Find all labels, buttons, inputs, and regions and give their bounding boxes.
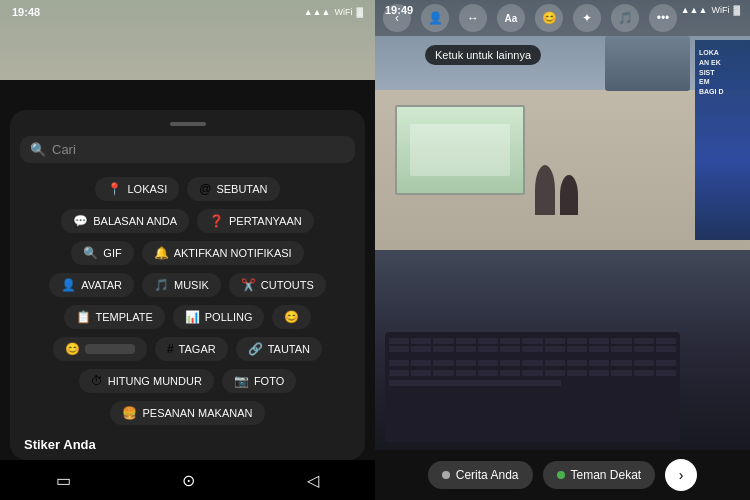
sticker-panel: 🔍 Cari 📍 LOKASI @ SEBUTAN 💬 BALASAN ANDA: [10, 110, 365, 460]
right-status-bar: 19:49 ▲▲▲ WiFi ▓: [375, 0, 750, 20]
balasan-icon: 💬: [73, 214, 88, 228]
story-dot: [442, 471, 450, 479]
musik-icon: 🎵: [154, 278, 169, 292]
sticker-musik[interactable]: 🎵 MUSIK: [142, 273, 221, 297]
right-phone: LOKAAN EKSISTEMBAGI D: [375, 0, 750, 500]
sticker-notifikasi[interactable]: 🔔 AKTIFKAN NOTIFIKASI: [142, 241, 304, 265]
nav-back-icon[interactable]: ◁: [307, 471, 319, 490]
your-stickers-label: Stiker Anda: [20, 437, 355, 452]
sticker-foto-label: FOTO: [254, 375, 284, 387]
template-icon: 📋: [76, 310, 91, 324]
next-icon: ›: [679, 467, 684, 483]
right-status-time: 19:49: [385, 4, 413, 16]
right-battery-icon: ▓: [733, 5, 740, 15]
notifikasi-icon: 🔔: [154, 246, 169, 260]
sticker-food-label: PESANAN MAKANAN: [142, 407, 252, 419]
projector-screen: [395, 105, 525, 195]
right-panel: LOKAAN EKSISTEMBAGI D: [695, 40, 750, 240]
left-status-time: 19:48: [12, 6, 40, 18]
sticker-polling[interactable]: 📊 POLLING: [173, 305, 265, 329]
sticker-cutouts-label: CUTOUTS: [261, 279, 314, 291]
wifi-icon: WiFi: [334, 7, 352, 17]
sticker-avatar[interactable]: 👤 AVATAR: [49, 273, 134, 297]
sebutan-icon: @: [199, 182, 211, 196]
close-btn-label: Teman Dekat: [571, 468, 642, 482]
sticker-gif-label: GIF: [103, 247, 121, 259]
sticker-row-1: 📍 LOKASI @ SEBUTAN: [20, 177, 355, 201]
left-status-icons: ▲▲▲ WiFi ▓: [304, 7, 363, 17]
sticker-row-5: 📋 TEMPLATE 📊 POLLING 😊: [20, 305, 355, 329]
nav-square-icon[interactable]: ▭: [56, 471, 71, 490]
tooltip-text: Ketuk untuk lainnya: [435, 49, 531, 61]
sticker-countdown[interactable]: ⏱ HITUNG MUNDUR: [79, 369, 214, 393]
gif-icon: 🔍: [83, 246, 98, 260]
right-wifi-icon: WiFi: [711, 5, 729, 15]
lokasi-icon: 📍: [107, 182, 122, 196]
drag-handle[interactable]: [170, 122, 206, 126]
search-bar[interactable]: 🔍 Cari: [20, 136, 355, 163]
sticker-grid: 📍 LOKASI @ SEBUTAN 💬 BALASAN ANDA ❓ PERT…: [20, 177, 355, 425]
countdown-icon: ⏱: [91, 374, 103, 388]
foto-icon: 📷: [234, 374, 249, 388]
emoji1-icon: 😊: [284, 310, 299, 324]
sticker-notifikasi-label: AKTIFKAN NOTIFIKASI: [174, 247, 292, 259]
sticker-row-3: 🔍 GIF 🔔 AKTIFKAN NOTIFIKASI: [20, 241, 355, 265]
story-btn[interactable]: Cerita Anda: [428, 461, 533, 489]
nav-home-icon[interactable]: ⊙: [182, 471, 195, 490]
sticker-musik-label: MUSIK: [174, 279, 209, 291]
sticker-balasan-label: BALASAN ANDA: [93, 215, 177, 227]
sticker-balasan[interactable]: 💬 BALASAN ANDA: [61, 209, 189, 233]
sticker-sebutan-label: SEBUTAN: [216, 183, 267, 195]
search-icon: 🔍: [30, 142, 46, 157]
person-silhouette-2: [560, 175, 578, 215]
right-status-icons: ▲▲▲ WiFi ▓: [681, 5, 740, 15]
cutouts-icon: ✂️: [241, 278, 256, 292]
sticker-row-8: 🍔 PESANAN MAKANAN: [20, 401, 355, 425]
bottom-nav-left: ▭ ⊙ ◁: [0, 460, 375, 500]
sticker-emoji1[interactable]: 😊: [272, 305, 311, 329]
sticker-foto[interactable]: 📷 FOTO: [222, 369, 296, 393]
polling-icon: 📊: [185, 310, 200, 324]
sticker-template-label: TEMPLATE: [96, 311, 153, 323]
tooltip-bubble: Ketuk untuk lainnya: [425, 45, 541, 65]
food-icon: 🍔: [122, 406, 137, 420]
sticker-sebutan[interactable]: @ SEBUTAN: [187, 177, 279, 201]
person-silhouette-1: [535, 165, 555, 215]
sticker-tautan[interactable]: 🔗 TAUTAN: [236, 337, 322, 361]
next-btn[interactable]: ›: [665, 459, 697, 491]
sticker-row-7: ⏱ HITUNG MUNDUR 📷 FOTO: [20, 369, 355, 393]
sticker-row-2: 💬 BALASAN ANDA ❓ PERTANYAAN: [20, 209, 355, 233]
left-status-bar: 19:48 ▲▲▲ WiFi ▓: [0, 0, 375, 24]
sticker-tautan-label: TAUTAN: [268, 343, 310, 355]
emoji2-icon: 😊: [65, 342, 80, 356]
sticker-emoji2[interactable]: 😊: [53, 337, 147, 361]
story-btn-label: Cerita Anda: [456, 468, 519, 482]
tautan-icon: 🔗: [248, 342, 263, 356]
sticker-tagar[interactable]: # TAGAR: [155, 337, 228, 361]
battery-icon: ▓: [356, 7, 363, 17]
sticker-pertanyaan-label: PERTANYAAN: [229, 215, 302, 227]
right-bottom-bar: Cerita Anda Teman Dekat ›: [375, 450, 750, 500]
close-btn[interactable]: Teman Dekat: [543, 461, 656, 489]
pertanyaan-icon: ❓: [209, 214, 224, 228]
right-signal-icon: ▲▲▲: [681, 5, 708, 15]
inset-photo-1: [605, 36, 690, 91]
sticker-row-6: 😊 # TAGAR 🔗 TAUTAN: [20, 337, 355, 361]
sticker-gif[interactable]: 🔍 GIF: [71, 241, 133, 265]
signal-icon: ▲▲▲: [304, 7, 331, 17]
panel-text: LOKAAN EKSISTEMBAGI D: [699, 48, 746, 97]
sticker-pertanyaan[interactable]: ❓ PERTANYAAN: [197, 209, 314, 233]
sticker-lokasi[interactable]: 📍 LOKASI: [95, 177, 179, 201]
sticker-cutouts[interactable]: ✂️ CUTOUTS: [229, 273, 326, 297]
sticker-template[interactable]: 📋 TEMPLATE: [64, 305, 165, 329]
search-placeholder: Cari: [52, 142, 76, 157]
sticker-polling-label: POLLING: [205, 311, 253, 323]
sticker-food[interactable]: 🍔 PESANAN MAKANAN: [110, 401, 264, 425]
sticker-row-4: 👤 AVATAR 🎵 MUSIK ✂️ CUTOUTS: [20, 273, 355, 297]
avatar-icon: 👤: [61, 278, 76, 292]
close-dot: [557, 471, 565, 479]
tagar-icon: #: [167, 342, 174, 356]
sticker-tagar-label: TAGAR: [179, 343, 216, 355]
left-phone: 19:48 ▲▲▲ WiFi ▓ 🔍 Cari 📍 LOKASI @ SE: [0, 0, 375, 500]
sticker-avatar-label: AVATAR: [81, 279, 122, 291]
